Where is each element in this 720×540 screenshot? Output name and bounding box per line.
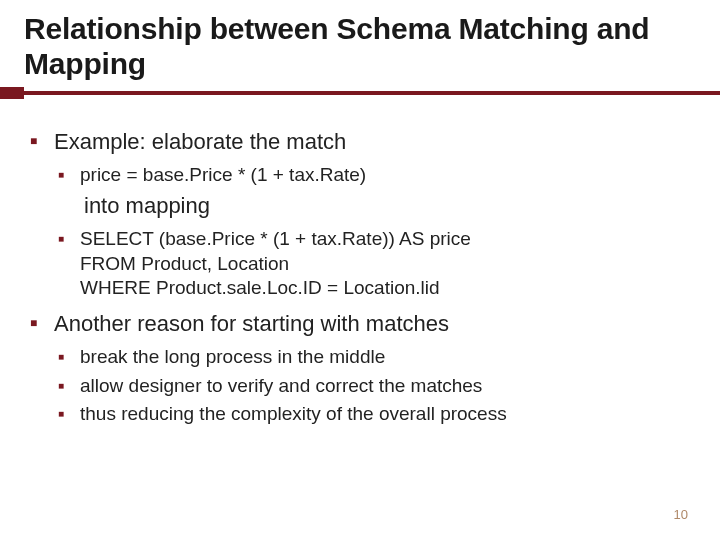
sql-line: FROM Product, Location xyxy=(80,252,696,277)
page-number: 10 xyxy=(674,507,688,522)
title-divider xyxy=(0,87,720,109)
slide: Relationship between Schema Matching and… xyxy=(0,0,720,540)
bullet-text: Example: elaborate the match xyxy=(54,129,346,154)
sql-line: WHERE Product.sale.Loc.ID = Location.lid xyxy=(80,276,696,301)
sub-bullet-sql: SELECT (base.Price * (1 + tax.Rate)) AS … xyxy=(54,227,696,301)
slide-title: Relationship between Schema Matching and… xyxy=(24,12,696,81)
sub-bullet: allow designer to verify and correct the… xyxy=(54,374,696,399)
sub-bullet: thus reducing the complexity of the over… xyxy=(54,402,696,427)
sql-line: SELECT (base.Price * (1 + tax.Rate)) AS … xyxy=(80,227,696,252)
sub-bullet: break the long process in the middle xyxy=(54,345,696,370)
divider-line xyxy=(0,91,720,95)
bullet-text: Another reason for starting with matches xyxy=(54,311,449,336)
sub-bullet-list: price = base.Price * (1 + tax.Rate) xyxy=(54,163,696,188)
sub-bullet-list: SELECT (base.Price * (1 + tax.Rate)) AS … xyxy=(54,227,696,301)
sub-bullet-formula: price = base.Price * (1 + tax.Rate) xyxy=(54,163,696,188)
bullet-continuation: into mapping xyxy=(84,191,696,221)
slide-body: Example: elaborate the match price = bas… xyxy=(24,127,696,427)
bullet-list: Example: elaborate the match price = bas… xyxy=(24,127,696,427)
sub-bullet-list: break the long process in the middle all… xyxy=(54,345,696,427)
bullet-example: Example: elaborate the match price = bas… xyxy=(24,127,696,301)
bullet-another-reason: Another reason for starting with matches… xyxy=(24,309,696,427)
